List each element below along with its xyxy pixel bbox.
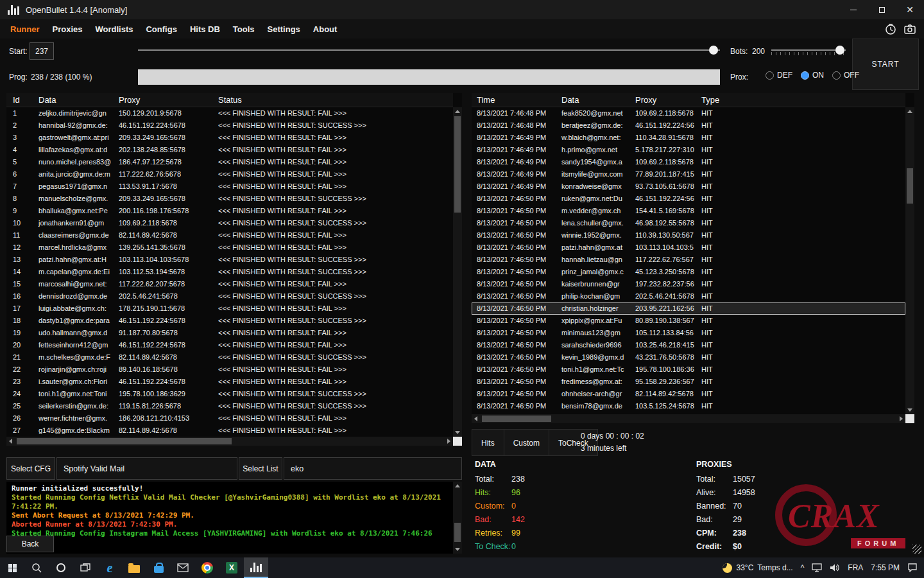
right-table-row[interactable]: 8/13/2021 7:46:50 PMm.vedder@gmx.ch154.4… bbox=[472, 205, 905, 217]
right-table-row[interactable]: 8/13/2021 7:46:50 PMhannah.lietzau@gn117… bbox=[472, 254, 905, 266]
left-table-row[interactable]: 9bhalluka@gmx.net:Pe200.116.198.176:5678… bbox=[6, 205, 453, 217]
right-table-row[interactable]: 8/13/2021 7:46:49 PMkonradweise@gmx93.73… bbox=[472, 180, 905, 193]
volume-icon[interactable] bbox=[830, 563, 840, 572]
scroll-up-icon[interactable] bbox=[455, 110, 460, 113]
scroll-up-icon[interactable] bbox=[907, 110, 912, 113]
left-vscroll-thumb[interactable] bbox=[454, 116, 461, 213]
scroll-right-icon[interactable] bbox=[900, 416, 903, 421]
right-table-row[interactable]: 8/13/2021 7:46:50 PMminimaus123@gm105.11… bbox=[472, 327, 905, 339]
left-table-row[interactable]: 8manuelscholze@gmx.209.33.249.165:5678<<… bbox=[6, 193, 453, 205]
edge-taskbar-button[interactable]: e bbox=[98, 557, 122, 578]
wordlist-name-input[interactable] bbox=[284, 457, 462, 480]
column-header-data[interactable]: Data bbox=[32, 93, 112, 107]
right-table-vscrollbar[interactable] bbox=[905, 107, 914, 414]
left-table-row[interactable]: 2hannibal-92@gmx.de:46.151.192.224:5678<… bbox=[6, 119, 453, 132]
screenshot-camera-icon[interactable] bbox=[903, 22, 916, 35]
menu-item-wordlists[interactable]: Wordlists bbox=[89, 24, 139, 34]
left-table-row[interactable]: 15marcosalhi@gmx.net:117.222.62.207:5678… bbox=[6, 278, 453, 290]
column-header-status[interactable]: Status bbox=[212, 93, 453, 107]
right-table-row[interactable]: 8/13/2021 7:46:50 PMohnheiser-arch@gr82.… bbox=[472, 388, 905, 400]
results-tab-custom[interactable]: Custom bbox=[504, 429, 549, 456]
left-table-row[interactable]: 11claasreimers@gmx.de82.114.89.42:5678<<… bbox=[6, 229, 453, 241]
right-table-row[interactable]: 8/13/2021 7:46:48 PMfeak8520@gmx.net109.… bbox=[472, 107, 905, 119]
start-menu-button[interactable] bbox=[0, 557, 24, 578]
right-table-row[interactable]: 8/13/2021 7:46:50 PMkevin_1989@gmx.d43.2… bbox=[472, 351, 905, 363]
left-table-row[interactable]: 24toni.h1@gmx.net:Toni195.78.100.186:362… bbox=[6, 388, 453, 400]
menu-item-settings[interactable]: Settings bbox=[261, 24, 307, 34]
right-table-row[interactable]: 8/13/2021 7:46:49 PMh.primo@gmx.net5.178… bbox=[472, 144, 905, 156]
taskbar-clock[interactable]: 7:55 PM bbox=[871, 563, 900, 572]
left-table-row[interactable]: 13patzi.hahn@gmx.at:H103.113.104.103:567… bbox=[6, 254, 453, 266]
start-slider-thumb[interactable] bbox=[709, 46, 718, 55]
left-table-row[interactable]: 14m.capelan@gmx.de:Ei103.112.53.194:5678… bbox=[6, 266, 453, 278]
column-header-type[interactable]: Type bbox=[696, 93, 905, 107]
prox-radio-on[interactable]: ON bbox=[801, 71, 824, 80]
left-table-row[interactable]: 20fetteseinhorn412@gm46.151.192.224:5678… bbox=[6, 339, 453, 351]
menu-item-runner[interactable]: Runner bbox=[4, 24, 46, 34]
right-table-row[interactable]: 8/13/2021 7:46:50 PMwinnie.1952@gmx.110.… bbox=[472, 229, 905, 241]
mail-button[interactable] bbox=[171, 557, 195, 578]
start-position-input[interactable] bbox=[30, 42, 54, 60]
left-table-row[interactable]: 22rojinarjin@gmx.ch:roji89.140.16.18:567… bbox=[6, 363, 453, 376]
resize-grip[interactable] bbox=[912, 545, 921, 554]
taskbar-search-button[interactable] bbox=[24, 557, 49, 578]
right-table-row[interactable]: 8/13/2021 7:46:50 PMprinz_jamal@gmx.c45.… bbox=[472, 266, 905, 278]
tray-expand-icon[interactable]: ^ bbox=[801, 563, 805, 572]
right-table-row[interactable]: 8/13/2021 7:46:50 PMkaiserbrunnen@gr197.… bbox=[472, 278, 905, 290]
right-hscroll-thumb[interactable] bbox=[482, 416, 551, 422]
column-header-data[interactable]: Data bbox=[556, 93, 630, 107]
right-table-row[interactable]: 8/13/2021 7:46:49 PMw.blaich@gmx.net:110… bbox=[472, 132, 905, 144]
right-table-hscrollbar[interactable] bbox=[472, 414, 905, 423]
prox-radio-def[interactable]: DEF bbox=[766, 71, 792, 80]
left-table-row[interactable]: 3gastrowelt@gmx.at:pri209.33.249.165:567… bbox=[6, 132, 453, 144]
cortana-button[interactable] bbox=[49, 557, 73, 578]
right-table-row[interactable]: 8/13/2021 7:46:49 PMsandy1954@gmx.a109.6… bbox=[472, 156, 905, 168]
scroll-right-icon[interactable] bbox=[447, 439, 450, 444]
right-table-row[interactable]: 8/13/2021 7:46:50 PMchristian.holzinger2… bbox=[472, 302, 905, 315]
right-table-row[interactable]: 8/13/2021 7:46:50 PMxpippix@gmx.at:Fu80.… bbox=[472, 315, 905, 327]
left-table-row[interactable]: 23i.sauter@gmx.ch:Flori46.151.192.224:56… bbox=[6, 376, 453, 388]
right-table-row[interactable]: 8/13/2021 7:46:48 PMberatjeez@gmx.de:46.… bbox=[472, 119, 905, 132]
weather-widget[interactable]: 33°C Temps d... bbox=[723, 563, 792, 573]
left-table-row[interactable]: 12marcel.hrdlicka@gmx139.255.141.35:5678… bbox=[6, 241, 453, 254]
log-vscrollbar[interactable] bbox=[453, 482, 462, 554]
left-table-row[interactable]: 5nuno.michel.peres83@186.47.97.122:5678<… bbox=[6, 156, 453, 168]
left-table-row[interactable]: 16dennisdrozd@gmx.de202.5.46.241:5678<<<… bbox=[6, 290, 453, 302]
language-indicator[interactable]: FRA bbox=[848, 563, 863, 572]
chrome-button[interactable] bbox=[195, 557, 219, 578]
right-table-row[interactable]: 8/13/2021 7:46:50 PMphilip-kochan@gm202.… bbox=[472, 290, 905, 302]
left-hscroll-thumb[interactable] bbox=[17, 438, 232, 444]
right-vscroll-thumb[interactable] bbox=[907, 168, 913, 204]
debug-clock-icon[interactable] bbox=[884, 22, 897, 35]
bots-slider-thumb[interactable] bbox=[835, 46, 844, 55]
column-header-id[interactable]: Id bbox=[6, 93, 32, 107]
select-config-button[interactable]: Select CFG bbox=[6, 457, 55, 480]
menu-item-configs[interactable]: Configs bbox=[139, 24, 183, 34]
scroll-down-icon[interactable] bbox=[455, 548, 460, 551]
right-table-row[interactable]: 8/13/2021 7:46:50 PMsarahschieder9696103… bbox=[472, 339, 905, 351]
minimize-button[interactable] bbox=[839, 0, 868, 19]
bots-slider[interactable] bbox=[771, 45, 846, 55]
notification-center-icon[interactable] bbox=[907, 563, 918, 572]
right-table-row[interactable]: 8/13/2021 7:46:50 PMtoni.h1@gmx.net:Tc19… bbox=[472, 363, 905, 376]
prox-radio-off[interactable]: OFF bbox=[832, 71, 859, 80]
column-header-proxy[interactable]: Proxy bbox=[112, 93, 212, 107]
menu-item-about[interactable]: About bbox=[307, 24, 344, 34]
right-table-row[interactable]: 8/13/2021 7:46:49 PMitsmylife@gmx.com77.… bbox=[472, 168, 905, 180]
column-header-time[interactable]: Time bbox=[472, 93, 556, 107]
start-slider[interactable] bbox=[138, 45, 720, 55]
back-button[interactable]: Back bbox=[6, 536, 54, 552]
right-table-row[interactable]: 8/13/2021 7:46:50 PMbensim78@gmx.de103.5… bbox=[472, 400, 905, 412]
right-table-row[interactable]: 8/13/2021 7:46:50 PMfredimess@gmx.at:95.… bbox=[472, 376, 905, 388]
left-table-row[interactable]: 21m.schelkes@gmx.de:F82.114.89.42:5678<<… bbox=[6, 351, 453, 363]
scroll-up-icon[interactable] bbox=[455, 484, 460, 487]
maximize-button[interactable] bbox=[868, 0, 896, 19]
left-table-row[interactable]: 25seilerkerstin@gmx.de:119.15.81.226:567… bbox=[6, 400, 453, 412]
results-tab-hits[interactable]: Hits bbox=[472, 429, 504, 456]
left-table-vscrollbar[interactable] bbox=[453, 107, 462, 437]
log-vscroll-thumb[interactable] bbox=[454, 523, 461, 542]
scroll-down-icon[interactable] bbox=[455, 431, 460, 434]
close-button[interactable]: ✕ bbox=[896, 0, 924, 19]
network-icon[interactable] bbox=[812, 563, 822, 572]
left-table-row[interactable]: 19udo.hallmann@gmx.d91.187.70.80:5678<<<… bbox=[6, 327, 453, 339]
